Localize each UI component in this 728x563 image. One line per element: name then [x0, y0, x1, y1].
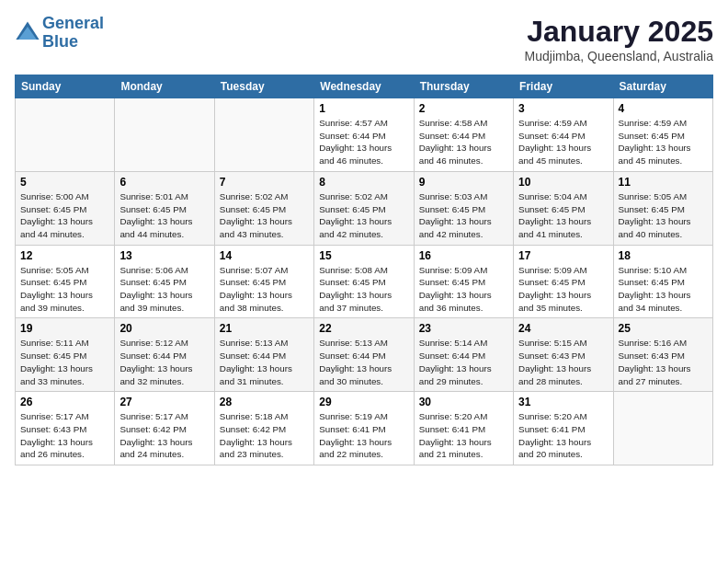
day-info: Sunrise: 5:14 AM Sunset: 6:44 PM Dayligh… — [419, 337, 508, 387]
calendar-cell: 13Sunrise: 5:06 AM Sunset: 6:45 PM Dayli… — [115, 245, 214, 318]
day-number: 23 — [419, 322, 508, 335]
day-number: 27 — [119, 396, 209, 408]
day-info: Sunrise: 5:13 AM Sunset: 6:44 PM Dayligh… — [319, 337, 408, 387]
day-info: Sunrise: 5:20 AM Sunset: 6:41 PM Dayligh… — [518, 410, 608, 461]
day-number: 31 — [518, 396, 608, 408]
day-number: 18 — [619, 249, 708, 262]
day-number: 20 — [119, 322, 209, 335]
title-block: January 2025 Mudjimba, Queensland, Austr… — [525, 15, 713, 63]
day-number: 12 — [20, 249, 109, 262]
calendar-week-2: 5Sunrise: 5:00 AM Sunset: 6:45 PM Daylig… — [16, 171, 713, 245]
logo-text: General Blue — [42, 15, 104, 52]
day-info: Sunrise: 5:05 AM Sunset: 6:45 PM Dayligh… — [619, 190, 708, 241]
day-number: 25 — [619, 322, 708, 335]
calendar-week-3: 12Sunrise: 5:05 AM Sunset: 6:45 PM Dayli… — [16, 245, 713, 318]
calendar-cell: 22Sunrise: 5:13 AM Sunset: 6:44 PM Dayli… — [314, 318, 414, 392]
day-info: Sunrise: 5:09 AM Sunset: 6:45 PM Dayligh… — [518, 264, 608, 315]
weekday-header-row: SundayMondayTuesdayWednesdayThursdayFrid… — [16, 75, 713, 98]
calendar-cell: 9Sunrise: 5:03 AM Sunset: 6:45 PM Daylig… — [414, 171, 513, 245]
calendar-cell: 25Sunrise: 5:16 AM Sunset: 6:43 PM Dayli… — [613, 318, 712, 392]
calendar-cell: 10Sunrise: 5:04 AM Sunset: 6:45 PM Dayli… — [514, 171, 613, 245]
day-number: 29 — [319, 396, 408, 408]
weekday-header-saturday: Saturday — [613, 75, 712, 98]
day-number: 3 — [518, 102, 608, 115]
day-info: Sunrise: 5:20 AM Sunset: 6:41 PM Dayligh… — [419, 410, 508, 461]
calendar-cell: 4Sunrise: 4:59 AM Sunset: 6:45 PM Daylig… — [613, 98, 712, 172]
day-info: Sunrise: 5:03 AM Sunset: 6:45 PM Dayligh… — [419, 190, 508, 241]
weekday-header-wednesday: Wednesday — [314, 75, 414, 98]
day-number: 22 — [319, 322, 408, 335]
day-number: 16 — [419, 249, 508, 262]
day-info: Sunrise: 5:17 AM Sunset: 6:42 PM Dayligh… — [119, 410, 209, 461]
day-number: 28 — [220, 396, 309, 408]
day-info: Sunrise: 5:08 AM Sunset: 6:45 PM Dayligh… — [319, 264, 408, 315]
day-info: Sunrise: 5:09 AM Sunset: 6:45 PM Dayligh… — [419, 264, 508, 315]
day-number: 4 — [619, 102, 708, 115]
day-info: Sunrise: 5:12 AM Sunset: 6:44 PM Dayligh… — [119, 337, 209, 387]
calendar-week-1: 1Sunrise: 4:57 AM Sunset: 6:44 PM Daylig… — [16, 98, 713, 172]
calendar-cell — [613, 392, 712, 465]
day-info: Sunrise: 4:59 AM Sunset: 6:45 PM Dayligh… — [619, 117, 708, 167]
day-info: Sunrise: 4:59 AM Sunset: 6:44 PM Dayligh… — [518, 117, 608, 167]
calendar-cell: 27Sunrise: 5:17 AM Sunset: 6:42 PM Dayli… — [115, 392, 214, 465]
day-info: Sunrise: 5:06 AM Sunset: 6:45 PM Dayligh… — [119, 264, 209, 315]
weekday-header-monday: Monday — [115, 75, 214, 98]
day-info: Sunrise: 5:07 AM Sunset: 6:45 PM Dayligh… — [220, 264, 309, 315]
calendar-cell: 29Sunrise: 5:19 AM Sunset: 6:41 PM Dayli… — [314, 392, 414, 465]
day-info: Sunrise: 5:11 AM Sunset: 6:45 PM Dayligh… — [20, 337, 109, 387]
calendar-cell: 19Sunrise: 5:11 AM Sunset: 6:45 PM Dayli… — [16, 318, 115, 392]
weekday-header-friday: Friday — [514, 75, 613, 98]
day-number: 5 — [20, 176, 109, 189]
day-number: 6 — [119, 176, 209, 189]
calendar-cell: 23Sunrise: 5:14 AM Sunset: 6:44 PM Dayli… — [414, 318, 513, 392]
calendar-cell: 14Sunrise: 5:07 AM Sunset: 6:45 PM Dayli… — [214, 245, 313, 318]
month-title: January 2025 — [525, 15, 713, 49]
calendar-cell: 21Sunrise: 5:13 AM Sunset: 6:44 PM Dayli… — [214, 318, 313, 392]
calendar-cell: 7Sunrise: 5:02 AM Sunset: 6:45 PM Daylig… — [214, 171, 313, 245]
calendar-week-4: 19Sunrise: 5:11 AM Sunset: 6:45 PM Dayli… — [16, 318, 713, 392]
logo: General Blue — [15, 15, 104, 52]
page-header: General Blue January 2025 Mudjimba, Quee… — [15, 15, 713, 63]
calendar-table: SundayMondayTuesdayWednesdayThursdayFrid… — [15, 75, 713, 465]
calendar-week-5: 26Sunrise: 5:17 AM Sunset: 6:43 PM Dayli… — [16, 392, 713, 465]
day-info: Sunrise: 5:15 AM Sunset: 6:43 PM Dayligh… — [518, 337, 608, 387]
day-number: 21 — [220, 322, 309, 335]
day-number: 2 — [419, 102, 508, 115]
calendar-cell: 31Sunrise: 5:20 AM Sunset: 6:41 PM Dayli… — [514, 392, 613, 465]
location-subtitle: Mudjimba, Queensland, Australia — [525, 49, 713, 63]
day-info: Sunrise: 5:10 AM Sunset: 6:45 PM Dayligh… — [619, 264, 708, 315]
calendar-cell: 20Sunrise: 5:12 AM Sunset: 6:44 PM Dayli… — [115, 318, 214, 392]
calendar-cell: 5Sunrise: 5:00 AM Sunset: 6:45 PM Daylig… — [16, 171, 115, 245]
calendar-cell: 28Sunrise: 5:18 AM Sunset: 6:42 PM Dayli… — [214, 392, 313, 465]
day-info: Sunrise: 5:19 AM Sunset: 6:41 PM Dayligh… — [319, 410, 408, 461]
calendar-cell: 1Sunrise: 4:57 AM Sunset: 6:44 PM Daylig… — [314, 98, 414, 172]
day-number: 9 — [419, 176, 508, 189]
calendar-cell — [115, 98, 214, 172]
logo-icon — [15, 20, 40, 46]
calendar-cell: 26Sunrise: 5:17 AM Sunset: 6:43 PM Dayli… — [16, 392, 115, 465]
day-number: 15 — [319, 249, 408, 262]
calendar-cell: 8Sunrise: 5:02 AM Sunset: 6:45 PM Daylig… — [314, 171, 414, 245]
day-number: 17 — [518, 249, 608, 262]
day-info: Sunrise: 5:02 AM Sunset: 6:45 PM Dayligh… — [319, 190, 408, 241]
day-number: 13 — [119, 249, 209, 262]
day-info: Sunrise: 4:58 AM Sunset: 6:44 PM Dayligh… — [419, 117, 508, 167]
day-number: 24 — [518, 322, 608, 335]
calendar-cell: 16Sunrise: 5:09 AM Sunset: 6:45 PM Dayli… — [414, 245, 513, 318]
day-number: 14 — [220, 249, 309, 262]
calendar-cell — [214, 98, 313, 172]
day-number: 10 — [518, 176, 608, 189]
weekday-header-tuesday: Tuesday — [214, 75, 313, 98]
day-info: Sunrise: 5:01 AM Sunset: 6:45 PM Dayligh… — [119, 190, 209, 241]
day-number: 19 — [20, 322, 109, 335]
weekday-header-sunday: Sunday — [16, 75, 115, 98]
day-info: Sunrise: 5:17 AM Sunset: 6:43 PM Dayligh… — [20, 410, 109, 461]
calendar-cell — [16, 98, 115, 172]
day-info: Sunrise: 5:18 AM Sunset: 6:42 PM Dayligh… — [220, 410, 309, 461]
calendar-cell: 15Sunrise: 5:08 AM Sunset: 6:45 PM Dayli… — [314, 245, 414, 318]
day-number: 11 — [619, 176, 708, 189]
day-info: Sunrise: 4:57 AM Sunset: 6:44 PM Dayligh… — [319, 117, 408, 167]
day-info: Sunrise: 5:16 AM Sunset: 6:43 PM Dayligh… — [619, 337, 708, 387]
day-info: Sunrise: 5:02 AM Sunset: 6:45 PM Dayligh… — [220, 190, 309, 241]
day-number: 8 — [319, 176, 408, 189]
